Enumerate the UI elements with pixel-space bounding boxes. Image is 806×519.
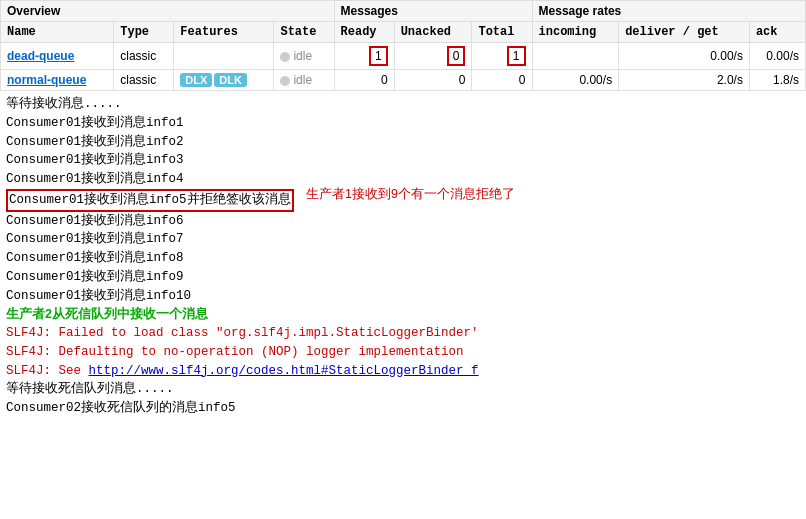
queue-deliver-0: 0.00/s	[619, 43, 750, 70]
queue-ready-0: 1	[334, 43, 394, 70]
queue-table-container: Overview Messages Message rates Name Typ…	[0, 0, 806, 91]
queue-incoming-1: 0.00/s	[532, 70, 619, 91]
queue-table: Overview Messages Message rates Name Typ…	[0, 0, 806, 91]
feature-badge-dlk: DLK	[214, 73, 247, 87]
queue-name-0[interactable]: dead-queue	[1, 43, 114, 70]
overview-group-header: Overview	[1, 1, 335, 22]
queue-deliver-1: 2.0/s	[619, 70, 750, 91]
col-type: Type	[114, 22, 174, 43]
queue-name-1[interactable]: normal-queue	[1, 70, 114, 91]
col-incoming: incoming	[532, 22, 619, 43]
console-line-10: Consumer01接收到消息info10	[6, 287, 800, 306]
queue-link-1[interactable]: normal-queue	[7, 73, 86, 87]
queue-unacked-0: 0	[394, 43, 472, 70]
queue-ack-0: 0.00/s	[749, 43, 805, 70]
queue-type-1: classic	[114, 70, 174, 91]
unacked-highlighted-value: 0	[447, 46, 466, 66]
col-ready: Ready	[334, 22, 394, 43]
console-bottom-line-4: 等待接收死信队列消息.....	[6, 380, 800, 399]
console-bottom-line-5: Consumer02接收死信队列的消息info5	[6, 399, 800, 418]
console-main-lines: 等待接收消息.....Consumer01接收到消息info1Consumer0…	[6, 95, 800, 305]
col-state: State	[274, 22, 334, 43]
console-output: 等待接收消息.....Consumer01接收到消息info1Consumer0…	[0, 91, 806, 422]
console-line-6: Consumer01接收到消息info6	[6, 212, 800, 231]
console-line-3: Consumer01接收到消息info3	[6, 151, 800, 170]
queue-ready-1: 0	[334, 70, 394, 91]
console-area: 等待接收消息.....Consumer01接收到消息info1Consumer0…	[0, 91, 806, 422]
console-line-0: 等待接收消息.....	[6, 95, 800, 114]
queue-unacked-1: 0	[394, 70, 472, 91]
queue-state-1: idle	[274, 70, 334, 91]
queue-type-0: classic	[114, 43, 174, 70]
col-ack: ack	[749, 22, 805, 43]
state-indicator-0	[280, 52, 290, 62]
slf4j-link[interactable]: http://www.slf4j.org/codes.html#StaticLo…	[89, 364, 479, 378]
console-bottom-line-0: 生产者2从死信队列中接收一个消息	[6, 305, 800, 324]
state-indicator-1	[280, 76, 290, 86]
app-container: Overview Messages Message rates Name Typ…	[0, 0, 806, 422]
console-bottom-line-3: SLF4J: See http://www.slf4j.org/codes.ht…	[6, 362, 800, 381]
console-line-1: Consumer01接收到消息info1	[6, 114, 800, 133]
queue-features-1: DLXDLK	[174, 70, 274, 91]
queue-ack-1: 1.8/s	[749, 70, 805, 91]
console-bottom-line-2: SLF4J: Defaulting to no-operation (NOP) …	[6, 343, 800, 362]
feature-badge-dlx: DLX	[180, 73, 212, 87]
queue-state-0: idle	[274, 43, 334, 70]
col-name: Name	[1, 22, 114, 43]
messages-group-header: Messages	[334, 1, 532, 22]
message-rates-group-header: Message rates	[532, 1, 805, 22]
queue-total-1: 0	[472, 70, 532, 91]
console-highlighted-line: Consumer01接收到消息info5并拒绝签收该消息	[6, 189, 294, 212]
queue-features-0	[174, 43, 274, 70]
console-line-8: Consumer01接收到消息info8	[6, 249, 800, 268]
col-features: Features	[174, 22, 274, 43]
col-unacked: Unacked	[394, 22, 472, 43]
queue-link-0[interactable]: dead-queue	[7, 49, 74, 63]
console-line-9: Consumer01接收到消息info9	[6, 268, 800, 287]
col-total: Total	[472, 22, 532, 43]
queue-total-0: 1	[472, 43, 532, 70]
col-deliver-get: deliver / get	[619, 22, 750, 43]
console-line-2: Consumer01接收到消息info2	[6, 133, 800, 152]
console-line-7: Consumer01接收到消息info7	[6, 230, 800, 249]
rejection-annotation: 生产者1接收到9个有一个消息拒绝了	[306, 185, 515, 204]
queue-incoming-0	[532, 43, 619, 70]
console-bottom-line-1: SLF4J: Failed to load class "org.slf4j.i…	[6, 324, 800, 343]
total-highlighted-value: 1	[507, 46, 526, 66]
ready-highlighted-value: 1	[369, 46, 388, 66]
